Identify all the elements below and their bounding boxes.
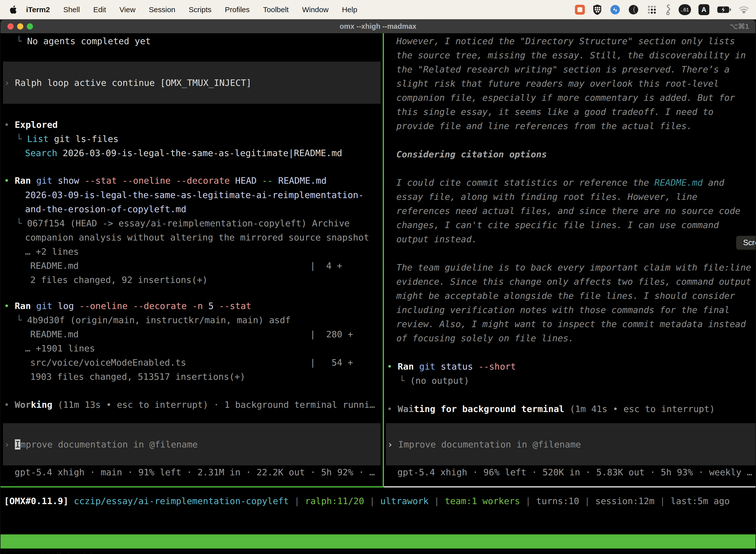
- reasoning-paragraph: companion file, especially if more comme…: [396, 91, 735, 105]
- text-segment: 067f154 (HEAD -> essay/ai-reimplementati…: [27, 218, 350, 228]
- text-segment: (no output): [410, 376, 469, 386]
- window-title: omx --xhigh --madmax: [0, 22, 756, 31]
- reasoning-paragraph: the "Related research writing" section i…: [396, 62, 730, 76]
- text-segment: I: [15, 439, 20, 449]
- reasoning-paragraph: references need actual files, and since …: [396, 204, 740, 218]
- text-segment: Considering citation options: [396, 149, 547, 159]
- text-segment: references need actual files, and since …: [396, 206, 740, 216]
- text-segment: README.md: [30, 261, 79, 271]
- text-segment: git: [36, 175, 52, 186]
- text-segment: this single essay, it seems like a good …: [396, 107, 713, 117]
- reasoning-paragraph: might be acceptable alongside the file l…: [396, 289, 735, 303]
- text-segment: --stat: [219, 301, 251, 311]
- squiggle-icon[interactable]: [665, 4, 671, 15]
- agents-status-line: └ No agents completed yet: [16, 34, 151, 48]
- traffic-lights: [7, 23, 33, 30]
- text-segment: the source tree, missing the essay. Stil…: [396, 50, 746, 60]
- text-segment: 1903 files changed, 513517 insertions(+): [30, 372, 245, 382]
- text-segment: ›: [4, 78, 15, 88]
- menu-item-window[interactable]: Window: [296, 5, 335, 14]
- screen-share-overlay-label: Scre: [743, 238, 756, 247]
- title-bar[interactable]: omx --xhigh --madmax ⌥⌘1: [0, 19, 756, 33]
- dots-grid-icon[interactable]: [646, 4, 657, 15]
- text-segment: --short: [479, 362, 516, 372]
- text-segment: review. Also, I might want to inspect th…: [396, 319, 746, 329]
- menu-item-view[interactable]: View: [113, 5, 142, 14]
- text-segment: [31, 301, 36, 311]
- menu-item-iterm2[interactable]: iTerm2: [19, 5, 57, 14]
- reasoning-paragraph: I could cite commit statistics or refere…: [396, 175, 724, 189]
- right-input-bottom-text: › Improve documentation in @filename: [387, 437, 581, 451]
- text-segment: └: [16, 134, 27, 144]
- left-input-bottom-text: › Improve documentation in @filename: [4, 437, 198, 451]
- menu-item-session[interactable]: Session: [142, 5, 182, 14]
- text-segment: | 54 +: [310, 357, 353, 368]
- tmux-status-bar: [omx-cczip0:bash* "MacBook-Pro-44.local"…: [0, 535, 756, 549]
- battery-icon[interactable]: [717, 6, 731, 13]
- terminal-content[interactable]: └ No agents completed yet› Ralph loop ac…: [0, 33, 756, 554]
- menu-item-help[interactable]: Help: [335, 5, 364, 14]
- text-segment: README.md: [30, 329, 79, 339]
- reasoning-paragraph: evidence. Since this change only affects…: [396, 275, 751, 289]
- text-segment: Ran: [15, 301, 31, 311]
- text-segment: | 280 +: [310, 329, 353, 339]
- text-segment: show: [52, 175, 84, 186]
- dark-circle-icon[interactable]: [628, 4, 639, 15]
- text-segment: might be acceptable alongside the file l…: [396, 291, 735, 301]
- text-segment: However, I noticed the "Directory Struct…: [396, 36, 735, 46]
- git-log-output: └ 4b9d30f (origin/main, instructkr/main,…: [16, 313, 291, 327]
- text-segment: -n: [192, 301, 203, 311]
- reasoning-paragraph: including verification notes with those …: [396, 303, 730, 317]
- git-stat-file: src/voice/voiceModeEnabled.ts: [30, 355, 186, 370]
- menu-item-toolbelt[interactable]: Toolbelt: [256, 5, 296, 14]
- pane-divider-vertical[interactable]: [383, 33, 384, 486]
- text-segment: and: [703, 177, 724, 188]
- wifi-icon[interactable]: [739, 6, 749, 14]
- text-segment: essay file, along with finding root file…: [396, 191, 697, 202]
- text-segment: |: [364, 496, 380, 506]
- shield-grid-icon[interactable]: [592, 4, 602, 15]
- text-segment: king: [31, 400, 52, 410]
- text-segment: [68, 496, 74, 506]
- git-stat-summary: 1903 files changed, 513517 insertions(+): [30, 370, 245, 384]
- text-segment: and-the-erosion-of-copyleft.md: [25, 204, 186, 214]
- git-log-output: … +1901 lines: [25, 341, 95, 355]
- omx-status-line: [OMX#0.11.9] cczip/essay/ai-reimplementa…: [4, 494, 730, 508]
- reasoning-paragraph: changes, I can't cite specific file line…: [396, 218, 719, 232]
- text-segment: •: [387, 404, 397, 414]
- battery-percent-badge[interactable]: ..61: [679, 4, 691, 15]
- text-segment: •: [4, 120, 15, 130]
- screen-recording-indicator-icon[interactable]: [575, 5, 585, 15]
- git-stat-file: README.md: [30, 327, 79, 341]
- close-button[interactable]: [7, 23, 14, 30]
- text-segment: provide file and line references from th…: [396, 121, 692, 131]
- text-segment: ›: [387, 439, 398, 449]
- pane-border-bottom-left[interactable]: [0, 486, 384, 488]
- text-segment: Search: [25, 148, 57, 158]
- git-stat-file: README.md: [30, 259, 79, 273]
- blue-badge-icon[interactable]: [610, 4, 621, 15]
- text-segment: |: [520, 496, 536, 506]
- menu-item-profiles[interactable]: Profiles: [218, 5, 256, 14]
- menu-item-shell[interactable]: Shell: [57, 5, 86, 14]
- reasoning-paragraph: essay file, along with finding root file…: [396, 189, 697, 204]
- text-segment: cczip/essay/ai-reimplementation-copyleft: [74, 496, 289, 506]
- zoom-button[interactable]: [27, 23, 33, 30]
- pane-border-bottom-right[interactable]: [384, 486, 756, 488]
- text-segment: List: [27, 134, 49, 144]
- input-source-badge[interactable]: A: [698, 4, 709, 15]
- left-session-stats: gpt-5.4 xhigh · main · 91% left · 2.31M …: [15, 465, 375, 479]
- command-wrap-line: 2026-03-09-is-legal-the-same-as-legitima…: [25, 188, 364, 202]
- text-segment: README.md: [273, 175, 327, 186]
- text-segment: No agents completed yet: [27, 36, 151, 46]
- menu-item-scripts[interactable]: Scripts: [182, 5, 218, 14]
- text-segment: git: [419, 362, 435, 372]
- apple-logo-icon[interactable]: [9, 5, 17, 14]
- text-segment: src/voice/voiceModeEnabled.ts: [30, 357, 186, 368]
- text-segment: 5: [203, 301, 219, 311]
- screen-share-overlay[interactable]: Scre: [736, 236, 756, 250]
- minimize-button[interactable]: [17, 23, 23, 30]
- text-segment: companion file, especially if more comme…: [396, 93, 735, 103]
- text-segment: Ran: [397, 362, 414, 372]
- menu-item-edit[interactable]: Edit: [86, 5, 113, 14]
